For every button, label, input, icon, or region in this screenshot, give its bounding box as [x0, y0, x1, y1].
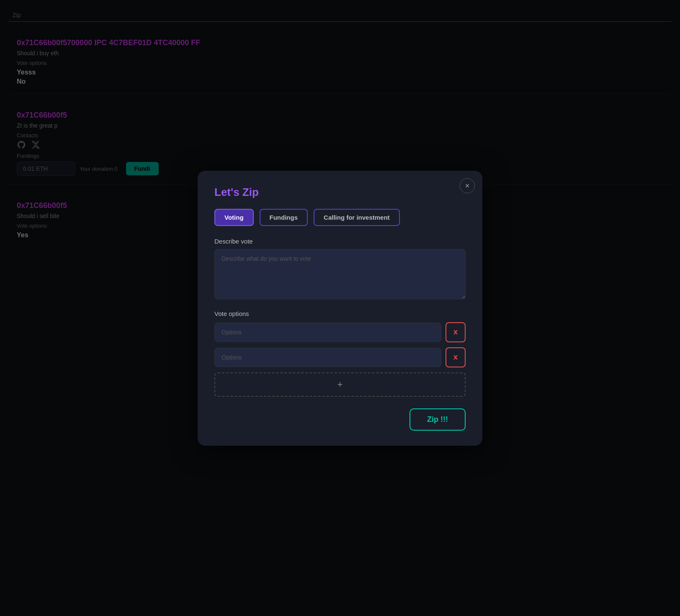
- tab-voting[interactable]: Voting: [214, 209, 254, 226]
- tab-calling-for-investment[interactable]: Calling for investment: [314, 209, 400, 226]
- option-row-1: x: [214, 322, 466, 342]
- describe-vote-label: Describe vote: [214, 238, 466, 245]
- zip-button[interactable]: Zip !!!: [410, 408, 466, 431]
- remove-option-1-button[interactable]: x: [446, 322, 466, 342]
- lets-zip-modal: × Let's Zip Voting Fundings Calling for …: [198, 171, 482, 446]
- describe-vote-textarea[interactable]: [214, 249, 466, 299]
- option-input-2[interactable]: [214, 348, 441, 367]
- modal-footer: Zip !!!: [214, 408, 466, 431]
- remove-option-2-button[interactable]: x: [446, 347, 466, 367]
- add-option-plus-icon: +: [337, 379, 343, 390]
- modal-title: Let's Zip: [214, 186, 466, 199]
- option-input-1[interactable]: [214, 323, 441, 342]
- modal-overlay: × Let's Zip Voting Fundings Calling for …: [0, 0, 680, 616]
- modal-close-button[interactable]: ×: [460, 178, 475, 193]
- vote-options-label: Vote options: [214, 310, 466, 317]
- option-row-2: x: [214, 347, 466, 367]
- add-option-button[interactable]: +: [214, 372, 466, 397]
- modal-tabs: Voting Fundings Calling for investment: [214, 209, 466, 226]
- tab-fundings[interactable]: Fundings: [260, 209, 308, 226]
